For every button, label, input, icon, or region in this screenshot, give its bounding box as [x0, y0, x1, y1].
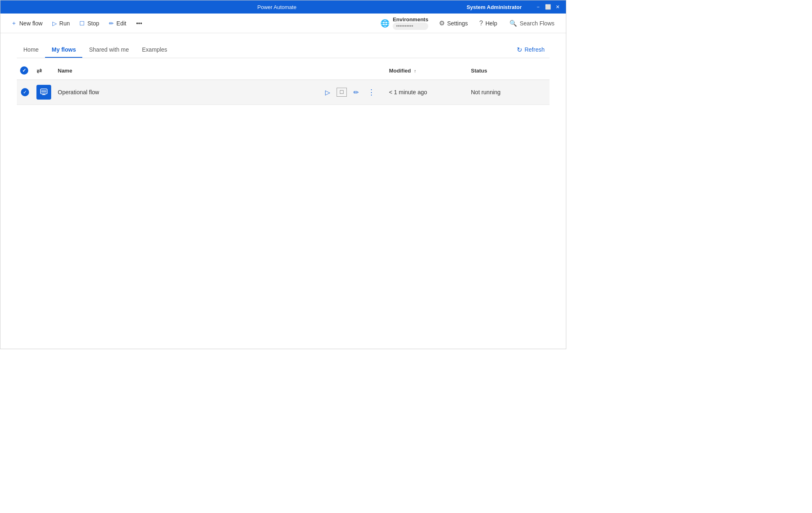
row-modified: < 1 minute ago — [386, 80, 468, 105]
new-flow-label: New flow — [19, 20, 43, 27]
edit-label: Edit — [116, 20, 126, 27]
row-edit-button[interactable]: ✏ — [352, 87, 360, 98]
tab-shared-with-me[interactable]: Shared with me — [82, 41, 135, 58]
svg-rect-3 — [41, 90, 46, 93]
new-flow-button[interactable]: ＋ New flow — [7, 17, 47, 30]
user-name: System Administrator — [466, 4, 522, 10]
main-content: Home My flows Shared with me Examples ↻ … — [0, 33, 566, 113]
close-button[interactable]: ✕ — [554, 4, 561, 10]
search-label: Search Flows — [520, 20, 554, 27]
window-controls: − ⬜ ✕ — [535, 4, 561, 10]
tab-my-flows[interactable]: My flows — [45, 41, 82, 58]
environments-label: Environments — [393, 16, 428, 23]
help-button[interactable]: ? Help — [475, 17, 501, 30]
tabs-container: Home My flows Shared with me Examples ↻ … — [17, 41, 550, 58]
refresh-icon: ↻ — [517, 46, 522, 54]
settings-button[interactable]: ⚙ Settings — [435, 17, 472, 30]
row-status: Not running — [468, 80, 550, 105]
stop-label: Stop — [87, 20, 99, 27]
header-actions — [320, 61, 386, 80]
toolbar: ＋ New flow ▷ Run ☐ Stop ✏ Edit ••• 🌐 Env… — [0, 14, 566, 33]
row-checkbox[interactable]: ✓ — [17, 80, 33, 105]
environments-value: •••••••••• — [393, 23, 428, 30]
row-more-button[interactable]: ⋮ — [365, 86, 378, 98]
col-status-label: Status — [471, 68, 487, 74]
tab-home[interactable]: Home — [17, 41, 45, 58]
environments-icon: 🌐 — [380, 19, 389, 28]
search-button[interactable]: 🔍 Search Flows — [504, 17, 559, 30]
minimize-button[interactable]: − — [535, 4, 541, 10]
tabs-left: Home My flows Shared with me Examples — [17, 41, 174, 58]
tab-examples[interactable]: Examples — [136, 41, 174, 58]
col-modified-label: Modified — [389, 68, 411, 74]
stop-icon: ☐ — [79, 20, 85, 27]
row-name: Operational flow — [54, 80, 320, 105]
col-name-label: Name — [58, 68, 72, 74]
sort-arrow-icon: ↑ — [414, 68, 416, 73]
flow-icon-box — [36, 85, 51, 100]
header-checkbox[interactable]: ✓ — [17, 61, 33, 80]
edit-button[interactable]: ✏ Edit — [105, 18, 130, 29]
row-run-button[interactable]: ▷ — [323, 87, 332, 98]
more-label: ••• — [136, 20, 142, 27]
select-all-checkbox[interactable]: ✓ — [20, 66, 28, 75]
settings-label: Settings — [447, 20, 468, 27]
row-actions: ▷ ☐ ✏ ⋮ — [320, 80, 386, 105]
more-button[interactable]: ••• — [132, 18, 146, 29]
run-icon: ▷ — [52, 20, 57, 27]
plus-icon: ＋ — [11, 20, 17, 27]
restore-button[interactable]: ⬜ — [545, 4, 551, 10]
header-status: Status — [468, 61, 550, 80]
refresh-button[interactable]: ↻ Refresh — [512, 43, 550, 56]
flow-status: Not running — [471, 89, 500, 95]
run-button[interactable]: ▷ Run — [48, 18, 74, 29]
stop-button[interactable]: ☐ Stop — [75, 18, 103, 29]
help-label: Help — [485, 20, 497, 27]
flow-modified: < 1 minute ago — [389, 89, 427, 95]
edit-icon: ✏ — [109, 20, 114, 27]
environments-section: 🌐 Environments •••••••••• — [380, 16, 428, 30]
environments-info: Environments •••••••••• — [393, 16, 428, 30]
settings-icon: ⚙ — [439, 19, 445, 27]
row-select-checkbox[interactable]: ✓ — [21, 88, 29, 96]
search-icon: 🔍 — [509, 20, 517, 27]
header-name[interactable]: Name — [54, 61, 320, 80]
app-title: Power Automate — [87, 4, 466, 10]
header-modified[interactable]: Modified ↑ — [386, 61, 468, 80]
row-stop-button[interactable]: ☐ — [337, 88, 347, 97]
refresh-label: Refresh — [525, 46, 545, 53]
table-row: ✓ Operational flow ▷ ☐ — [17, 80, 550, 105]
flows-list: ✓ Operational flow ▷ ☐ — [17, 80, 550, 105]
header-flow-type: ⇄ — [33, 61, 54, 80]
table-header-row: ✓ ⇄ Name Modified ↑ Status — [17, 61, 550, 80]
run-label: Run — [59, 20, 70, 27]
flow-name: Operational flow — [58, 89, 99, 95]
row-flow-icon — [33, 80, 54, 105]
help-icon: ? — [479, 20, 483, 27]
flow-type-icon: ⇄ — [36, 67, 42, 74]
flows-table: ✓ ⇄ Name Modified ↑ Status — [17, 61, 550, 105]
title-bar: Power Automate System Administrator − ⬜ … — [0, 0, 566, 14]
toolbar-right: 🌐 Environments •••••••••• ⚙ Settings ? H… — [380, 16, 559, 30]
row-action-buttons: ▷ ☐ ✏ ⋮ — [323, 86, 382, 98]
